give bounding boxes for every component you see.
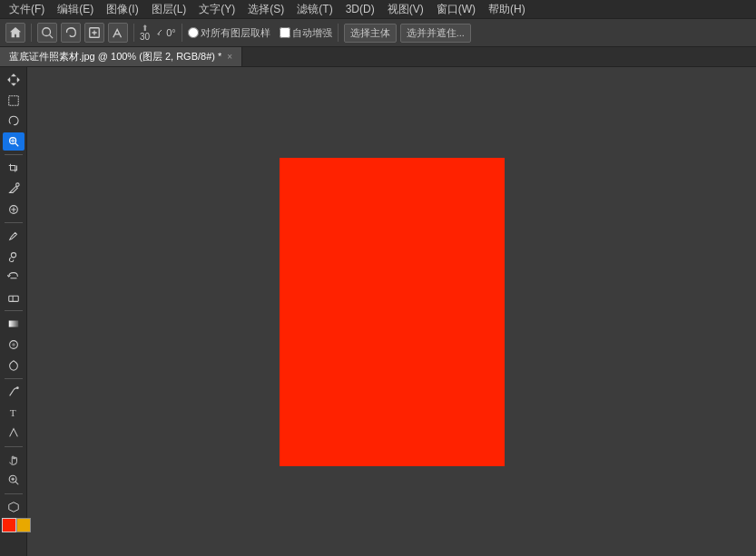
canvas-wrapper xyxy=(280,158,505,466)
text-tool[interactable]: T xyxy=(3,403,25,422)
document-tab[interactable]: 蓝底证件照素材.jpg @ 100% (图层 2, RGB/8#) * × xyxy=(0,47,242,66)
tool-icon-4[interactable] xyxy=(108,23,128,43)
marquee-tool[interactable] xyxy=(3,92,25,111)
options-toolbar: ⬆ 30 0° 对所有图层取样 自动增强 选择主体 选并并遮住... xyxy=(0,18,756,47)
menu-edit[interactable]: 编辑(E) xyxy=(52,0,99,19)
tool-separator-3 xyxy=(5,310,23,311)
pen-tool[interactable] xyxy=(3,383,25,402)
svg-point-7 xyxy=(15,183,19,187)
svg-rect-4 xyxy=(8,96,18,106)
main-area: T xyxy=(0,67,756,556)
brush-size-control: ⬆ 30 xyxy=(140,24,150,42)
path-select-tool[interactable] xyxy=(3,424,25,443)
menu-text[interactable]: 文字(Y) xyxy=(193,0,241,19)
toolbar-divider-2 xyxy=(133,24,134,42)
menu-view[interactable]: 视图(V) xyxy=(382,0,429,19)
tab-close-button[interactable]: × xyxy=(227,52,232,62)
dodge-tool[interactable] xyxy=(3,356,25,375)
svg-rect-10 xyxy=(8,296,18,301)
toolbar-divider-4 xyxy=(338,24,339,42)
canvas-area xyxy=(27,67,756,556)
background-color-swatch[interactable] xyxy=(16,518,31,532)
angle-value: 0° xyxy=(166,27,176,38)
svg-line-1 xyxy=(50,35,54,39)
hand-tool[interactable] xyxy=(3,450,25,469)
menu-filter[interactable]: 滤镜(T) xyxy=(291,0,338,19)
select-and-mask-button[interactable]: 选并并遮住... xyxy=(400,24,471,43)
tab-label: 蓝底证件照素材.jpg @ 100% (图层 2, RGB/8#) * xyxy=(9,50,221,63)
zoom-tool[interactable] xyxy=(3,471,25,490)
radio-auto-enhance[interactable]: 自动增强 xyxy=(280,26,332,40)
menu-window[interactable]: 窗口(W) xyxy=(431,0,481,19)
radio-auto-enhance-label: 自动增强 xyxy=(292,26,332,40)
tool-separator-6 xyxy=(5,493,23,494)
menu-image[interactable]: 图像(I) xyxy=(101,0,143,19)
lasso-icon[interactable] xyxy=(61,23,81,43)
left-toolbar: T xyxy=(0,67,27,556)
tool-separator-4 xyxy=(5,378,23,379)
svg-point-14 xyxy=(12,343,15,346)
tool-icon-3[interactable] xyxy=(84,23,104,43)
svg-rect-12 xyxy=(8,321,18,327)
svg-text:T: T xyxy=(9,407,15,418)
tool-separator-5 xyxy=(5,446,23,447)
svg-line-18 xyxy=(15,482,18,484)
gradient-tool[interactable] xyxy=(3,315,25,334)
canvas-background xyxy=(27,67,756,556)
move-tool[interactable] xyxy=(3,71,25,90)
svg-point-9 xyxy=(11,252,15,257)
tabbar: 蓝底证件照素材.jpg @ 100% (图层 2, RGB/8#) * × xyxy=(0,47,756,67)
angle-control: 0° xyxy=(153,27,176,38)
crop-tool[interactable] xyxy=(3,159,25,178)
svg-point-0 xyxy=(43,28,51,36)
color-swatches xyxy=(2,518,25,552)
history-brush-tool[interactable] xyxy=(3,268,25,287)
radio-all-layers-label: 对所有图层取样 xyxy=(201,26,270,40)
toolbar-divider-3 xyxy=(182,24,182,42)
toolbar-divider-1 xyxy=(31,24,32,42)
3d-tool[interactable] xyxy=(3,497,25,516)
clone-stamp-tool[interactable] xyxy=(3,247,25,266)
menu-help[interactable]: 帮助(H) xyxy=(483,0,531,19)
foreground-color-swatch[interactable] xyxy=(2,518,16,532)
blur-tool[interactable] xyxy=(3,336,25,355)
brush-tool[interactable] xyxy=(3,227,25,246)
menubar: 文件(F) 编辑(E) 图像(I) 图层(L) 文字(Y) 选择(S) 滤镜(T… xyxy=(0,0,756,18)
svg-marker-19 xyxy=(8,502,18,512)
tool-separator-1 xyxy=(5,154,23,155)
menu-file[interactable]: 文件(F) xyxy=(4,0,50,19)
select-subject-button[interactable]: 选择主体 xyxy=(344,24,397,43)
menu-select[interactable]: 选择(S) xyxy=(242,0,290,19)
home-icon[interactable] xyxy=(5,23,25,43)
healing-tool[interactable] xyxy=(3,200,25,219)
canvas-content-red-layer xyxy=(280,158,505,466)
svg-point-15 xyxy=(16,386,19,389)
lasso-tool[interactable] xyxy=(3,112,25,131)
quick-select-tool[interactable] xyxy=(3,132,25,151)
eyedropper-tool[interactable] xyxy=(3,180,25,199)
svg-line-6 xyxy=(15,143,18,147)
quick-selection-icon[interactable] xyxy=(37,23,57,43)
eraser-tool[interactable] xyxy=(3,288,25,307)
menu-layer[interactable]: 图层(L) xyxy=(146,0,192,19)
menu-3d[interactable]: 3D(D) xyxy=(340,1,380,17)
radio-all-layers[interactable]: 对所有图层取样 xyxy=(188,26,270,40)
tool-separator-2 xyxy=(5,222,23,223)
brush-size-value[interactable]: 30 xyxy=(140,33,150,42)
